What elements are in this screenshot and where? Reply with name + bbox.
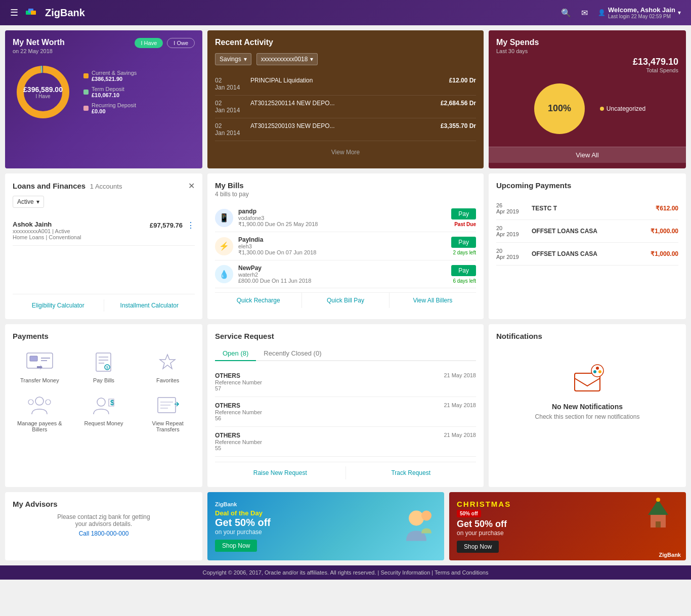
menu-icon[interactable]: ☰	[10, 7, 18, 18]
installment-calculator-btn[interactable]: Installment Calculator	[104, 299, 195, 312]
track-request-btn[interactable]: Track Request	[346, 466, 477, 479]
legend-recurring: Recurring Deposit £0.00	[83, 102, 137, 114]
loan-info: Ashok Jainh xxxxxxxxxA001 | Active Home …	[13, 221, 81, 240]
favorites-item[interactable]: Favorites	[141, 350, 195, 383]
eligibility-calculator-btn[interactable]: Eligibility Calculator	[13, 299, 104, 312]
footer-text: Copyright © 2006, 2017, Oracle and/or it…	[203, 569, 489, 576]
search-icon[interactable]: 🔍	[561, 8, 571, 18]
bills-title: My Bills	[215, 181, 476, 190]
account-filter[interactable]: xxxxxxxxxxx0018 ▾	[256, 53, 318, 65]
spends-card: My Spends Last 30 days £13,479.10 Total …	[489, 30, 686, 168]
row-4: My Advisors Please contact zig bank for …	[5, 492, 686, 560]
view-more-btn[interactable]: View More	[215, 144, 476, 161]
mail-icon[interactable]: ✉	[581, 8, 588, 18]
loans-count: 1 Accounts	[90, 183, 122, 190]
bill-info-newpay: NewPay waterh2 £800.00 Due On 11 Jun 201…	[238, 265, 446, 284]
shop-now-btn-red[interactable]: Shop Now	[457, 541, 499, 553]
quick-bill-pay-tab[interactable]: Quick Bill Pay	[302, 293, 389, 308]
pay-bills-item[interactable]: $ Pay Bills	[77, 350, 131, 383]
chevron-down-icon: ▾	[310, 56, 313, 63]
advisors-phone[interactable]: Call 1800-000-000	[13, 530, 195, 537]
view-repeat-transfers-label: View Repeat Transfers	[141, 420, 195, 432]
svg-marker-34	[648, 500, 668, 515]
bill-status-payindia: 2 days left	[453, 250, 476, 255]
svg-text:100%: 100%	[548, 103, 571, 113]
donut-chart: £396,589.00 I Have	[13, 62, 73, 122]
spends-dot	[600, 107, 604, 111]
transfer-money-item[interactable]: Transfer Money	[13, 350, 67, 383]
bill-actions-payindia: Pay 2 days left	[451, 237, 476, 255]
view-repeat-transfers-icon	[153, 393, 183, 416]
spends-legend: Uncategorized	[600, 105, 645, 112]
christmas-sub: on your purchase	[457, 530, 511, 537]
notification-icon	[567, 361, 608, 396]
transfer-money-icon	[24, 350, 55, 373]
close-icon[interactable]: ✕	[188, 181, 195, 191]
upcoming-item-1: 26Apr 2019 TESTC T ₹612.00	[496, 197, 678, 220]
view-repeat-transfers-item[interactable]: View Repeat Transfers	[141, 393, 195, 432]
net-worth-legend: Current & Savings £386,521.90 Term Depos…	[83, 70, 137, 114]
bill-icon-phone: 📱	[215, 209, 233, 227]
advisors-card: My Advisors Please contact zig bank for …	[5, 492, 202, 560]
tab-i-have[interactable]: I Have	[135, 38, 163, 48]
pay-button-payindia[interactable]: Pay	[451, 237, 476, 248]
service-footer: Raise New Request Track Request	[215, 462, 476, 479]
bill-status-past-due: Past Due	[454, 222, 476, 227]
recent-activity-title: Recent Activity	[215, 38, 476, 47]
savings-filter[interactable]: Savings ▾	[215, 53, 251, 65]
svg-point-32	[421, 510, 431, 520]
legend-dot-savings	[83, 73, 89, 78]
transactions-table: 02Jan 2014 PRINCIPAL Liquidation £12.00 …	[215, 73, 476, 141]
service-item-55: 21 May 2018 OTHERS Reference Number 55	[215, 427, 476, 457]
service-tabs: Open (8) Recently Closed (0)	[215, 346, 476, 361]
upcoming-title: Upcoming Payments	[496, 181, 678, 190]
manage-payees-label: Manage payees & Billers	[13, 420, 67, 432]
svg-point-20	[97, 398, 105, 406]
banner-logo: ZigBank	[215, 501, 271, 507]
user-info[interactable]: 👤 Welcome, Ashok Jain Last login 22 May …	[598, 6, 681, 19]
more-options-icon[interactable]: ⋮	[187, 221, 195, 230]
svg-rect-35	[656, 521, 661, 527]
payments-title: Payments	[13, 332, 195, 340]
logo[interactable]: ZigBank	[26, 7, 85, 19]
loans-status-filter[interactable]: Active ▾	[13, 196, 44, 208]
net-worth-body: £396,589.00 I Have Current & Savings £38…	[13, 62, 195, 122]
net-worth-tabs: I Have I Owe	[135, 38, 195, 48]
bills-footer-tabs: Quick Recharge Quick Bill Pay View All B…	[215, 292, 476, 308]
notifications-card: Notifications No New Notifications Check…	[489, 324, 686, 487]
view-all-billers-tab[interactable]: View All Billers	[390, 293, 476, 308]
raise-new-request-btn[interactable]: Raise New Request	[215, 466, 346, 479]
request-money-item[interactable]: $ Request Money	[77, 393, 131, 432]
view-all-btn[interactable]: View All	[489, 147, 686, 163]
manage-payees-item[interactable]: Manage payees & Billers	[13, 393, 67, 432]
legend-term-deposit: Term Deposit £10,067.10	[83, 86, 137, 98]
shop-now-btn-blue[interactable]: Shop Now	[215, 540, 257, 552]
manage-payees-icon	[24, 393, 55, 416]
spends-total-label: Total Spends	[496, 67, 678, 73]
banner-red-content: CHRISTMAS 50% off Get 50% off on your pu…	[457, 500, 511, 553]
table-row: 02Jan 2014 AT30125200114 NEW DEPO... £2,…	[215, 96, 476, 118]
row-3: Payments Transfer Money	[5, 324, 686, 487]
spends-category: Uncategorized	[607, 105, 645, 112]
table-row: 02Jan 2014 AT30125200103 NEW DEPO... £3,…	[215, 118, 476, 141]
loans-filter: Active ▾	[13, 196, 195, 208]
pay-bills-icon: $	[89, 350, 119, 373]
banner-tagline: Deal of the Day	[215, 509, 271, 517]
svg-rect-7	[30, 356, 37, 361]
svg-point-28	[596, 367, 599, 370]
net-worth-card: My Net Worth on 22 May 2018 I Have I Owe…	[5, 30, 202, 168]
notifications-title: Notifications	[496, 332, 678, 340]
pay-button-pandp[interactable]: Pay	[451, 208, 476, 219]
chevron-down-icon: ▾	[36, 198, 39, 205]
tab-recently-closed[interactable]: Recently Closed (0)	[256, 346, 329, 360]
banner-blue-content: ZigBank Deal of the Day Get 50% off on y…	[215, 501, 271, 552]
banner-sub: on your purchase	[215, 529, 271, 536]
tab-i-owe[interactable]: I Owe	[167, 38, 195, 48]
quick-recharge-tab[interactable]: Quick Recharge	[215, 293, 302, 308]
pay-bills-label: Pay Bills	[93, 377, 114, 383]
spends-title: My Spends	[496, 38, 678, 47]
christmas-banner: CHRISTMAS 50% off Get 50% off on your pu…	[449, 492, 686, 560]
christmas-headline: Get 50% off	[457, 519, 511, 530]
tab-open[interactable]: Open (8)	[215, 346, 256, 361]
pay-button-newpay[interactable]: Pay	[451, 265, 476, 276]
